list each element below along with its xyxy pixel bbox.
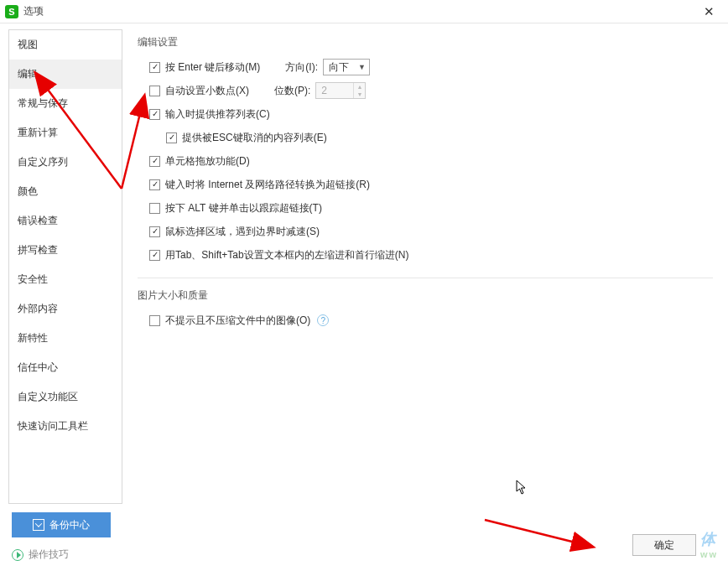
checkbox-tab-indent[interactable]: 用Tab、Shift+Tab设置文本框内的左缩进和首行缩进(N)	[149, 248, 408, 262]
row-drag-zoom: 单元格拖放功能(D)	[149, 152, 713, 170]
section-image-title: 图片大小和质量	[138, 288, 713, 303]
checkbox-auto-decimal[interactable]: 自动设置小数点(X)	[149, 84, 249, 98]
row-no-compress: 不提示且不压缩文件中的图像(O) ?	[149, 311, 713, 330]
spinner-arrows: ▲ ▼	[353, 83, 365, 98]
checkbox-enter-move[interactable]: 按 Enter 键后移动(M)	[149, 60, 260, 75]
content-panel: 编辑设置 按 Enter 键后移动(M) 方向(I): 向下 ▼ 自动设置小数点…	[122, 23, 728, 504]
checkbox-recommend-list-label: 输入时提供推荐列表(C)	[165, 107, 270, 122]
checkbox-auto-decimal-label: 自动设置小数点(X)	[165, 84, 249, 98]
checkbox-recommend-list[interactable]: 输入时提供推荐列表(C)	[149, 107, 270, 122]
checkbox-enter-move-label: 按 Enter 键后移动(M)	[165, 60, 260, 75]
sidebar-item-customize-ribbon[interactable]: 自定义功能区	[9, 382, 122, 412]
tips-link[interactable]: 操作技巧	[12, 548, 69, 562]
sidebar-item-error-check[interactable]: 错误检查	[9, 206, 122, 236]
sidebar-item-security[interactable]: 安全性	[9, 265, 122, 294]
sidebar-item-quick-access[interactable]: 快速访问工具栏	[9, 412, 122, 441]
spinner-up-icon[interactable]: ▲	[354, 83, 365, 91]
row-alt-click: 按下 ALT 键并单击以跟踪超链接(T)	[149, 199, 713, 217]
row-tab-indent: 用Tab、Shift+Tab设置文本框内的左缩进和首行缩进(N)	[149, 246, 713, 264]
checkbox-hyperlink-convert-label: 键入时将 Internet 及网络路径转换为超链接(R)	[165, 178, 370, 192]
sidebar-item-color[interactable]: 颜色	[9, 177, 122, 206]
section-divider	[138, 278, 713, 278]
direction-select[interactable]: 向下 ▼	[323, 59, 370, 75]
ok-button[interactable]: 确定	[632, 534, 696, 556]
checkbox-mouse-select[interactable]: 鼠标选择区域，遇到边界时减速(S)	[149, 225, 320, 239]
places-label: 位数(P):	[274, 84, 310, 98]
sidebar-item-spell-check[interactable]: 拼写检查	[9, 236, 122, 265]
row-recommend-list: 输入时提供推荐列表(C)	[149, 105, 713, 123]
sidebar-item-external[interactable]: 外部内容	[9, 294, 122, 324]
checkbox-drag-zoom-label: 单元格拖放功能(D)	[165, 154, 250, 169]
direction-label: 方向(I):	[285, 60, 318, 75]
row-esc-list: 提供被ESC键取消的内容列表(E)	[166, 128, 713, 147]
checkbox-no-compress-label: 不提示且不压缩文件中的图像(O)	[165, 314, 310, 328]
main-area: 视图 编辑 常规与保存 重新计算 自定义序列 颜色 错误检查 拼写检查 安全性 …	[0, 23, 728, 504]
backup-icon	[33, 519, 44, 531]
chevron-down-icon: ▼	[358, 63, 366, 71]
checkbox-esc-list-label: 提供被ESC键取消的内容列表(E)	[182, 131, 327, 145]
play-circle-icon	[12, 549, 23, 561]
row-auto-decimal: 自动设置小数点(X) 位数(P): 2 ▲ ▼	[149, 81, 713, 100]
places-value: 2	[321, 85, 327, 96]
checkbox-esc-list[interactable]: 提供被ESC键取消的内容列表(E)	[166, 131, 327, 145]
row-mouse-select: 鼠标选择区域，遇到边界时减速(S)	[149, 222, 713, 241]
ok-label: 确定	[654, 538, 674, 553]
sidebar-item-view[interactable]: 视图	[9, 30, 122, 60]
checkbox-alt-click-label: 按下 ALT 键并单击以跟踪超链接(T)	[165, 201, 322, 215]
sidebar-item-trust-center[interactable]: 信任中心	[9, 353, 122, 382]
backup-center-button[interactable]: 备份中心	[12, 512, 111, 537]
row-hyperlink-convert: 键入时将 Internet 及网络路径转换为超链接(R)	[149, 175, 713, 194]
checkbox-drag-zoom[interactable]: 单元格拖放功能(D)	[149, 154, 250, 169]
titlebar: S 选项 ✕	[0, 0, 728, 23]
checkbox-mouse-select-label: 鼠标选择区域，遇到边界时减速(S)	[165, 225, 320, 239]
sidebar-item-new-features[interactable]: 新特性	[9, 324, 122, 353]
close-button[interactable]: ✕	[696, 3, 721, 20]
help-icon[interactable]: ?	[317, 314, 329, 326]
sidebar-item-recalc[interactable]: 重新计算	[9, 118, 122, 148]
sidebar-item-custom-sequence[interactable]: 自定义序列	[9, 148, 122, 177]
checkbox-no-compress[interactable]: 不提示且不压缩文件中的图像(O)	[149, 314, 310, 328]
spinner-down-icon[interactable]: ▼	[354, 91, 365, 98]
backup-label: 备份中心	[49, 518, 90, 532]
direction-value: 向下	[329, 60, 349, 75]
window-title: 选项	[23, 4, 44, 18]
row-enter-move: 按 Enter 键后移动(M) 方向(I): 向下 ▼	[149, 58, 713, 76]
sidebar: 视图 编辑 常规与保存 重新计算 自定义序列 颜色 错误检查 拼写检查 安全性 …	[8, 29, 122, 504]
watermark: 体 ww	[700, 529, 718, 559]
checkbox-alt-click[interactable]: 按下 ALT 键并单击以跟踪超链接(T)	[149, 201, 322, 215]
tips-label: 操作技巧	[29, 548, 69, 562]
sidebar-item-general-save[interactable]: 常规与保存	[9, 89, 122, 118]
footer: 备份中心 操作技巧 确定 体 ww	[0, 506, 728, 571]
app-icon: S	[5, 5, 18, 18]
places-spinner[interactable]: 2 ▲ ▼	[315, 82, 366, 99]
checkbox-tab-indent-label: 用Tab、Shift+Tab设置文本框内的左缩进和首行缩进(N)	[165, 248, 408, 262]
section-edit-title: 编辑设置	[138, 35, 713, 49]
checkbox-hyperlink-convert[interactable]: 键入时将 Internet 及网络路径转换为超链接(R)	[149, 178, 370, 192]
sidebar-item-edit[interactable]: 编辑	[9, 60, 122, 89]
